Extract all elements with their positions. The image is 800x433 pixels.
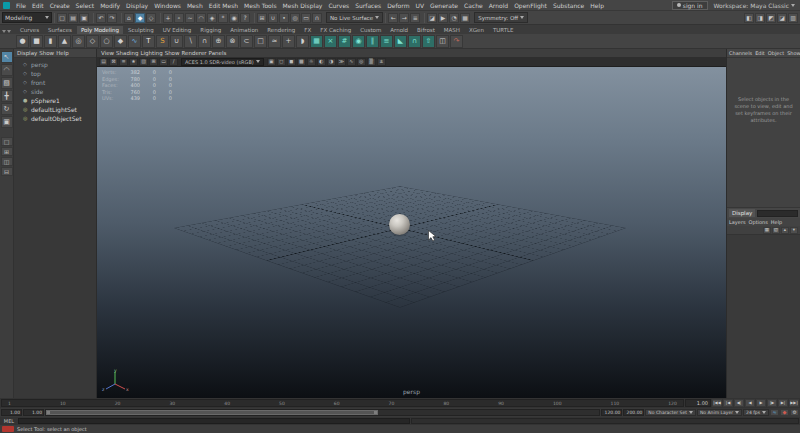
- layer-menu-item[interactable]: Help: [771, 219, 782, 225]
- poly-plane-icon[interactable]: ◇: [86, 35, 99, 48]
- extrude-icon[interactable]: ⇧: [422, 35, 435, 48]
- redo-icon[interactable]: ↷: [107, 13, 117, 23]
- shelf-tab[interactable]: Sculpting: [124, 26, 158, 34]
- go-to-end-button[interactable]: ▶▶|: [789, 399, 799, 407]
- layout-split-icon[interactable]: ⊟: [1, 167, 13, 176]
- output-connections-icon[interactable]: →: [399, 13, 409, 23]
- select-object-icon[interactable]: ◆: [135, 13, 145, 23]
- outliner-menu-item[interactable]: Show: [39, 50, 54, 56]
- menu-item[interactable]: Cache: [461, 2, 486, 9]
- step-back-frame-button[interactable]: ◀|: [734, 399, 744, 407]
- command-language-label[interactable]: MEL: [1, 418, 17, 424]
- range-end-handle[interactable]: [374, 411, 377, 414]
- shelf-tab[interactable]: FX Caching: [316, 26, 355, 34]
- shelf-menu-icon[interactable]: [2, 30, 11, 33]
- outliner-item-top[interactable]: ◇ top: [14, 69, 96, 78]
- input-connections-icon[interactable]: ←: [388, 13, 398, 23]
- mask-misc-icon[interactable]: ?: [240, 13, 250, 23]
- menu-item[interactable]: OpenFlight: [511, 2, 550, 9]
- auto-keyframe-toggle[interactable]: ◆: [780, 409, 789, 416]
- outliner-item-psphere1[interactable]: ● pSphere1: [14, 96, 96, 105]
- extract-icon[interactable]: ⊂: [240, 35, 253, 48]
- go-to-start-button[interactable]: |◀◀: [712, 399, 722, 407]
- boolean-difference-icon[interactable]: ∖: [184, 35, 197, 48]
- playback-range-bar[interactable]: [46, 410, 378, 415]
- project-curve-icon[interactable]: ↷: [450, 35, 463, 48]
- command-input[interactable]: [18, 418, 410, 424]
- use-all-lights-icon[interactable]: ☼: [307, 58, 316, 66]
- poly-cone-icon[interactable]: ▲: [58, 35, 71, 48]
- menu-item[interactable]: Deform: [384, 2, 412, 9]
- shadows-icon[interactable]: ◐: [317, 58, 326, 66]
- separate-icon[interactable]: ⊗: [226, 35, 239, 48]
- menu-item[interactable]: Help: [587, 2, 607, 9]
- shelf-tab[interactable]: Bifrost: [413, 26, 439, 34]
- layer-search-input[interactable]: [757, 210, 798, 217]
- quick-render-icon[interactable]: ▶: [438, 13, 448, 23]
- menu-item[interactable]: Select: [73, 2, 98, 9]
- fill-hole-icon[interactable]: □: [254, 35, 267, 48]
- menu-item[interactable]: Substance: [550, 2, 587, 9]
- viewport-menu-item[interactable]: Renderer: [181, 50, 206, 56]
- mask-dynamics-icon[interactable]: *: [218, 13, 228, 23]
- layer-move-up-icon[interactable]: ▴: [781, 227, 789, 234]
- live-surface-selector[interactable]: No Live Surface: [326, 12, 383, 23]
- menu-item[interactable]: Surfaces: [352, 2, 384, 9]
- menu-item[interactable]: UV: [413, 2, 428, 9]
- shelf-tab[interactable]: Arnold: [386, 26, 412, 34]
- rotate-tool-icon[interactable]: ↻: [1, 103, 13, 115]
- color-management-selector[interactable]: ACES 1.0 SDR-video (sRGB): [181, 58, 264, 66]
- playback-start-field[interactable]: 1.00: [23, 409, 44, 416]
- hik-character-icon[interactable]: ◨: [755, 13, 765, 23]
- layout-persp-outliner-icon[interactable]: ◫: [1, 157, 13, 166]
- outliner-item-defaultobjectset[interactable]: ◎ defaultObjectSet: [14, 114, 96, 123]
- poly-platonic-icon[interactable]: ◆: [114, 35, 127, 48]
- menu-item[interactable]: Edit: [29, 2, 47, 9]
- anti-aliasing-icon[interactable]: ∿: [347, 58, 356, 66]
- svg-tool-icon[interactable]: S: [156, 35, 169, 48]
- snap-projected-center-icon[interactable]: ◎: [290, 13, 300, 23]
- construction-history-icon[interactable]: ≡: [410, 13, 420, 23]
- range-start-handle[interactable]: [47, 411, 50, 414]
- append-polygon-icon[interactable]: +: [282, 35, 295, 48]
- play-backwards-button[interactable]: ◀: [745, 399, 755, 407]
- outliner-item-persp[interactable]: ◇ persp: [14, 60, 96, 69]
- quad-draw-icon[interactable]: ▦: [310, 35, 323, 48]
- offset-edge-loop-icon[interactable]: ≡: [380, 35, 393, 48]
- menu-item[interactable]: Generate: [427, 2, 461, 9]
- camera-attributes-icon[interactable]: ≡: [119, 58, 128, 66]
- textured-icon[interactable]: ▩: [297, 58, 306, 66]
- make-live-icon[interactable]: ∩: [312, 13, 322, 23]
- layout-single-pane-icon[interactable]: □: [1, 137, 13, 146]
- channel-box-menu-item[interactable]: Edit: [755, 50, 765, 56]
- viewport-menu-item[interactable]: View: [101, 50, 114, 56]
- boolean-union-icon[interactable]: ∪: [170, 35, 183, 48]
- undo-icon[interactable]: ↶: [96, 13, 106, 23]
- layer-menu-item[interactable]: Options: [749, 219, 768, 225]
- poly-sphere-icon[interactable]: ●: [16, 35, 29, 48]
- poly-torus-icon[interactable]: ◎: [72, 35, 85, 48]
- menu-item[interactable]: Windows: [151, 2, 184, 9]
- shelf-tab[interactable]: UV Editing: [159, 26, 196, 34]
- tab-display[interactable]: Display: [729, 209, 755, 217]
- shelf-tab[interactable]: Custom: [356, 26, 385, 34]
- bookmarks-icon[interactable]: ★: [129, 58, 138, 66]
- screen-space-ao-icon[interactable]: ◑: [327, 58, 336, 66]
- mask-handles-icon[interactable]: +: [163, 13, 173, 23]
- isolate-select-icon[interactable]: ▣: [267, 58, 276, 66]
- new-empty-layer-icon[interactable]: ▦: [763, 227, 771, 234]
- current-frame-field[interactable]: 1.00: [685, 399, 711, 407]
- grease-pencil-icon[interactable]: ∕: [169, 58, 178, 66]
- bevel-icon[interactable]: ◣: [394, 35, 407, 48]
- attribute-editor-icon[interactable]: ◩: [766, 13, 776, 23]
- paint-select-tool-icon[interactable]: ▧: [1, 77, 13, 89]
- shelf-tab[interactable]: Curves: [16, 26, 43, 34]
- channel-box-icon[interactable]: ▥: [788, 13, 798, 23]
- two-d-pan-zoom-icon[interactable]: ⊞: [149, 58, 158, 66]
- workspace-selector[interactable]: Workspace: Maya Classic: [714, 2, 797, 9]
- menu-item[interactable]: Mesh Tools: [241, 2, 279, 9]
- channel-box-menu-item[interactable]: Show: [787, 50, 800, 56]
- menu-item[interactable]: File: [13, 2, 29, 9]
- snap-grid-icon[interactable]: ⊞: [257, 13, 267, 23]
- shelf-tab[interactable]: Animation: [226, 26, 262, 34]
